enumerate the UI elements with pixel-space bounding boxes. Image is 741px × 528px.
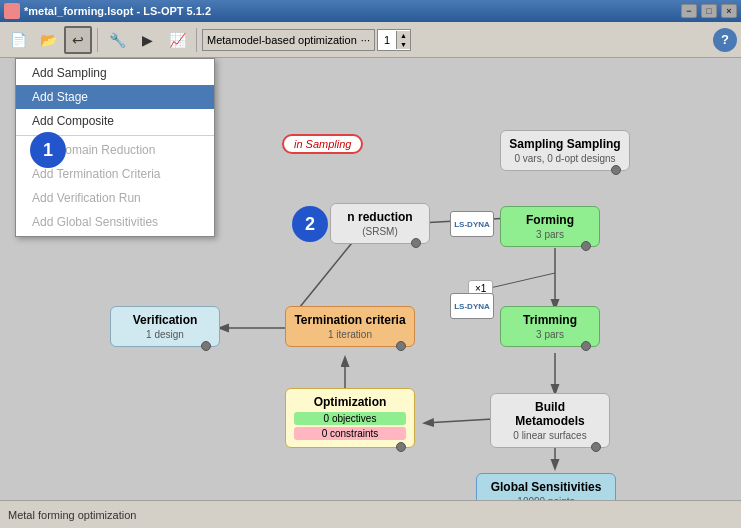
mode-dropdown[interactable]: Metamodel-based optimization ···	[202, 29, 375, 51]
menu-add-verification-run: Add Verification Run	[16, 186, 214, 210]
canvas: Add Sampling Add Stage Add Composite Add…	[0, 58, 741, 500]
optimization-objectives: 0 objectives	[294, 412, 406, 425]
close-button[interactable]: ×	[721, 4, 737, 18]
statusbar: Metal forming optimization	[0, 500, 741, 528]
menu-add-stage[interactable]: Add Stage	[16, 85, 214, 109]
menu-add-sampling[interactable]: Add Sampling	[16, 61, 214, 85]
separator2	[196, 28, 197, 52]
badge-2: 2	[292, 206, 328, 242]
build-metamodels-title: Build Metamodels	[499, 400, 601, 428]
iteration-value: 1	[378, 34, 396, 46]
svg-line-9	[295, 233, 360, 313]
app-icon	[4, 3, 20, 19]
lsdyna-icon-1: LS-DYNA	[450, 211, 494, 237]
toolbar: 📄 📂 ↩ 🔧 ▶ 📈 Metamodel-based optimization…	[0, 22, 741, 58]
trimming-dot	[581, 341, 591, 351]
forming-title: Forming	[526, 213, 574, 227]
global-sensitivities-sub: 10000 points	[517, 496, 574, 500]
menu-add-global-sensitivities: Add Global Sensitivities	[16, 210, 214, 234]
main-area: Add Sampling Add Stage Add Composite Add…	[0, 58, 741, 500]
global-sensitivities-title: Global Sensitivities	[491, 480, 602, 494]
run-button[interactable]: ▶	[133, 26, 161, 54]
verification-node[interactable]: Verification 1 design	[110, 306, 220, 347]
open-button[interactable]: 📂	[34, 26, 62, 54]
window-title: *metal_forming.lsopt - LS-OPT 5.1.2	[24, 5, 211, 17]
spinner-up[interactable]: ▲	[397, 31, 410, 40]
menu-add-composite[interactable]: Add Composite	[16, 109, 214, 133]
optimization-title: Optimization	[314, 395, 387, 409]
svg-line-3	[490, 273, 555, 288]
verification-sub: 1 design	[146, 329, 184, 340]
global-sensitivities-node[interactable]: Global Sensitivities 10000 points	[476, 473, 616, 500]
forming-node[interactable]: Forming 3 pars	[500, 206, 600, 247]
domain-reduction-node[interactable]: n reduction (SRSM)	[330, 203, 430, 244]
new-button[interactable]: 📄	[4, 26, 32, 54]
build-metamodels-sub: 0 linear surfaces	[513, 430, 586, 441]
termination-title: Termination criteria	[294, 313, 405, 327]
sampling-sub: 0 vars, 0 d-opt designs	[514, 153, 615, 164]
sampling-node[interactable]: Sampling Sampling 0 vars, 0 d-opt design…	[500, 130, 630, 171]
termination-node[interactable]: Termination criteria 1 iteration	[285, 306, 415, 347]
verification-title: Verification	[133, 313, 198, 327]
domain-dot	[411, 238, 421, 248]
chart-button[interactable]: 📈	[163, 26, 191, 54]
sampling-title: Sampling Sampling	[509, 137, 620, 151]
termination-dot	[396, 341, 406, 351]
forming-sub: 3 pars	[536, 229, 564, 240]
maximize-button[interactable]: □	[701, 4, 717, 18]
wrench-button[interactable]: 🔧	[103, 26, 131, 54]
optimization-dot	[396, 442, 406, 452]
trimming-node[interactable]: Trimming 3 pars	[500, 306, 600, 347]
back-button[interactable]: ↩	[64, 26, 92, 54]
separator1	[97, 28, 98, 52]
domain-reduction-sub: (SRSM)	[362, 226, 398, 237]
spinner-down[interactable]: ▼	[397, 40, 410, 49]
trimming-title: Trimming	[523, 313, 577, 327]
trimming-sub: 3 pars	[536, 329, 564, 340]
termination-sub: 1 iteration	[328, 329, 372, 340]
build-metamodels-node[interactable]: Build Metamodels 0 linear surfaces	[490, 393, 610, 448]
lsdyna-icon-2: LS-DYNA	[450, 293, 494, 319]
mode-dots: ···	[361, 34, 370, 46]
verification-dot	[201, 341, 211, 351]
optimization-node[interactable]: Optimization 0 objectives 0 constraints	[285, 388, 415, 448]
build-metamodels-dot	[591, 442, 601, 452]
forming-dot	[581, 241, 591, 251]
help-button[interactable]: ?	[713, 28, 737, 52]
sampling-dot	[611, 165, 621, 175]
optimization-constraints: 0 constraints	[294, 427, 406, 440]
minimize-button[interactable]: −	[681, 4, 697, 18]
domain-reduction-title: n reduction	[347, 210, 412, 224]
status-text: Metal forming optimization	[8, 509, 136, 521]
spinner-arrows[interactable]: ▲ ▼	[396, 31, 410, 49]
badge-1: 1	[30, 132, 66, 168]
iteration-spinner[interactable]: 1 ▲ ▼	[377, 29, 411, 51]
mode-label: Metamodel-based optimization	[207, 34, 357, 46]
in-sampling-badge: in Sampling	[282, 134, 363, 154]
titlebar: *metal_forming.lsopt - LS-OPT 5.1.2 − □ …	[0, 0, 741, 22]
